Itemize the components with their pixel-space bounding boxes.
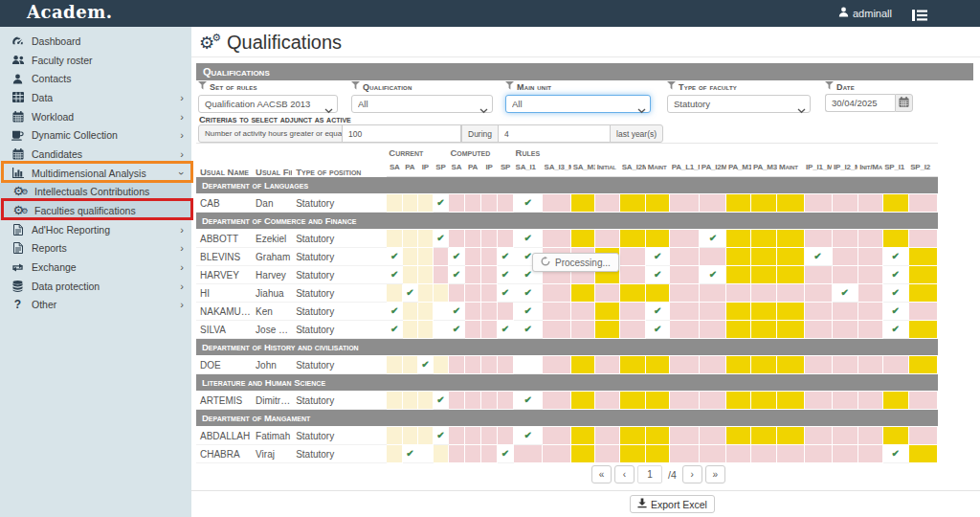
matrix-cell bbox=[700, 356, 726, 374]
sidebar-item-contacts[interactable]: Contacts bbox=[0, 69, 191, 88]
sidebar-item-data-protection[interactable]: Data protection› bbox=[0, 277, 191, 296]
matrix-cell bbox=[882, 194, 908, 213]
set-of-rules-select[interactable]: Qualification AACSB 2013 bbox=[198, 95, 338, 113]
matrix-cell bbox=[595, 194, 620, 213]
matrix-cell bbox=[448, 356, 464, 374]
filter-label: Main unit bbox=[517, 82, 551, 92]
check-icon: ✔ bbox=[654, 269, 661, 280]
sidebar-item-faculties-qualifications[interactable]: ⚙⚙Faculties qualifications bbox=[0, 201, 191, 220]
matrix-cell bbox=[448, 445, 464, 463]
qualification-select[interactable]: All bbox=[351, 95, 493, 113]
check-icon: ✔ bbox=[436, 430, 444, 440]
matrix-cell bbox=[498, 194, 514, 213]
sidebar-item-candidates[interactable]: Candidates› bbox=[0, 145, 191, 164]
matrix-cell bbox=[498, 303, 514, 321]
sidebar-item-faculty-roster[interactable]: Faculty roster bbox=[0, 51, 191, 70]
next-page-button[interactable]: › bbox=[682, 465, 702, 483]
check-icon: ✔ bbox=[523, 269, 531, 280]
matrix-cell bbox=[433, 445, 448, 463]
sidebar-item-reports[interactable]: Reports› bbox=[0, 239, 191, 258]
col-header-ip-i2-m: IP_I2_M bbox=[832, 158, 858, 177]
first-name-cell: Ken bbox=[252, 303, 292, 321]
check-icon: ✔ bbox=[523, 251, 531, 261]
prev-page-button[interactable]: ‹ bbox=[614, 465, 635, 483]
check-icon: ✔ bbox=[813, 251, 821, 261]
matrix-cell bbox=[514, 445, 543, 463]
matrix-cell bbox=[417, 230, 433, 248]
sidebar-item-intellectuals-contributions[interactable]: ⚙⚙Intellectuals Contributions bbox=[0, 183, 191, 202]
matrix-cell bbox=[670, 194, 700, 213]
matrix-cell bbox=[908, 427, 937, 445]
export-excel-button[interactable]: Export Excel bbox=[630, 495, 715, 513]
database-icon bbox=[9, 281, 27, 292]
matrix-cell bbox=[464, 230, 480, 248]
matrix-cell bbox=[543, 303, 571, 321]
check-cell: ✔ bbox=[882, 248, 908, 266]
sidebar-item-multidimensional-analysis[interactable]: Multidimensional Analysis› bbox=[0, 164, 191, 183]
chevron-right-icon: › bbox=[180, 93, 184, 102]
col-header-sa: SA bbox=[448, 158, 464, 177]
col-group-computed: Computed bbox=[448, 144, 513, 158]
calendar-button[interactable] bbox=[895, 94, 913, 112]
matrix-cell bbox=[595, 230, 620, 248]
matrix-cell bbox=[832, 303, 858, 321]
check-cell: ✔ bbox=[646, 248, 670, 266]
matrix-cell bbox=[620, 284, 646, 303]
matrix-cell bbox=[777, 230, 804, 248]
check-icon: ✔ bbox=[892, 251, 900, 261]
users-icon bbox=[9, 55, 27, 65]
filter-set-of-rules: Set of rules Qualification AACSB 2013 bbox=[198, 81, 338, 113]
check-cell: ✔ bbox=[387, 321, 402, 339]
spinner-icon bbox=[541, 257, 550, 268]
hours-input[interactable] bbox=[342, 124, 461, 143]
check-cell: ✔ bbox=[433, 392, 448, 410]
matrix-cell bbox=[448, 194, 464, 213]
chevron-right-icon: › bbox=[180, 112, 184, 122]
last-page-button[interactable]: » bbox=[705, 465, 725, 483]
matrix-cell bbox=[646, 445, 670, 463]
position-cell: Statutory bbox=[292, 230, 387, 248]
sidebar-item-data[interactable]: Data› bbox=[0, 88, 191, 107]
sidebar-item-dynamic-collection[interactable]: Dynamic Collection› bbox=[0, 125, 191, 145]
matrix-cell bbox=[448, 284, 464, 303]
col-header-sp: SP bbox=[498, 158, 514, 177]
check-cell: ✔ bbox=[498, 248, 514, 266]
col-header-maint: Maint bbox=[646, 158, 670, 177]
user-menu[interactable]: adminall bbox=[838, 7, 892, 19]
matrix-cell bbox=[726, 194, 751, 213]
matrix-cell bbox=[670, 303, 700, 321]
page-number-input[interactable] bbox=[637, 465, 662, 483]
col-header-pa-i2m: PA_I2M bbox=[700, 158, 726, 177]
department-bar: Department of Languages bbox=[196, 177, 938, 194]
col-header-ip: IP bbox=[417, 158, 433, 177]
sidebar-item-other[interactable]: ?Other› bbox=[0, 296, 191, 315]
check-cell: ✔ bbox=[514, 284, 543, 303]
sidebar-item-workload[interactable]: Workload› bbox=[0, 107, 191, 126]
sidebar-item-dashboard[interactable]: Dashboard bbox=[0, 32, 191, 51]
main-unit-select[interactable]: All bbox=[505, 95, 651, 113]
matrix-cell bbox=[908, 284, 937, 303]
sidebar-item-exchange[interactable]: Exchange› bbox=[0, 258, 191, 277]
sidebar-item-label: Candidates bbox=[32, 148, 180, 160]
check-cell: ✔ bbox=[514, 321, 543, 339]
first-page-button[interactable]: « bbox=[591, 465, 612, 483]
date-input[interactable] bbox=[825, 94, 895, 112]
type-of-faculty-select[interactable]: Statutory bbox=[667, 95, 811, 113]
check-cell: ✔ bbox=[387, 303, 402, 321]
check-cell: ✔ bbox=[700, 266, 726, 284]
sidebar-item-ad-hoc-reporting[interactable]: Ad'Hoc Reporting› bbox=[0, 220, 191, 239]
matrix-cell bbox=[620, 266, 646, 284]
during-input[interactable] bbox=[498, 124, 611, 143]
check-cell: ✔ bbox=[498, 284, 514, 303]
matrix-cell bbox=[402, 321, 417, 339]
matrix-cell bbox=[387, 284, 402, 303]
matrix-cell bbox=[726, 321, 751, 339]
department-bar: Department of History and civilisation bbox=[196, 339, 938, 356]
matrix-cell bbox=[464, 284, 480, 303]
chevron-right-icon: › bbox=[180, 300, 184, 309]
sidebar-item-label: Multidimensional Analysis bbox=[32, 168, 180, 179]
matrix-cell bbox=[804, 427, 832, 445]
check-cell: ✔ bbox=[700, 230, 726, 248]
matrix-cell bbox=[700, 427, 726, 445]
menu-toggle-icon[interactable] bbox=[912, 8, 927, 25]
